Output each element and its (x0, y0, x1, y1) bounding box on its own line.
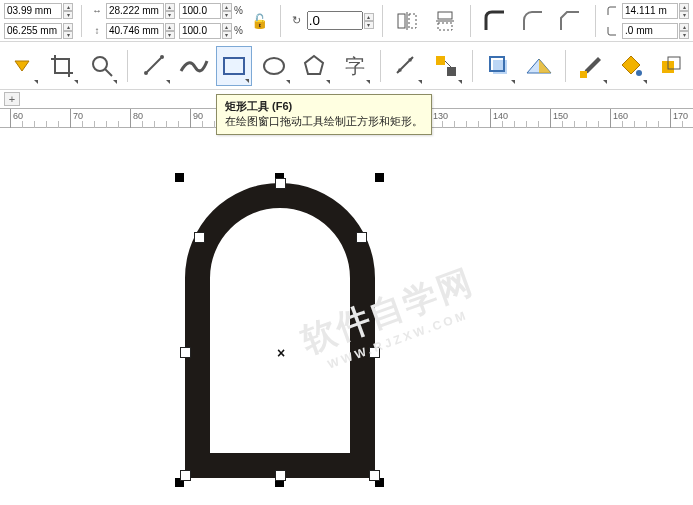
svg-marker-13 (305, 56, 323, 74)
svg-text:字: 字 (345, 55, 365, 77)
corner-h-spinner[interactable]: ▴▾ (679, 23, 689, 39)
svg-point-10 (160, 55, 164, 59)
drop-shadow-tool[interactable] (481, 46, 517, 86)
separator (565, 50, 566, 82)
width-spinner[interactable]: ▴▾ (165, 3, 175, 19)
svg-rect-1 (409, 14, 416, 28)
new-tab-button[interactable]: + (4, 92, 20, 106)
separator (380, 50, 381, 82)
corner-scallop-button[interactable] (516, 3, 550, 39)
ruler-label: 80 (133, 111, 143, 121)
ruler-label: 60 (13, 111, 23, 121)
rectangle-tool[interactable] (216, 46, 252, 86)
svg-point-26 (636, 70, 642, 76)
position-fields: ▴▾ ▴▾ (4, 2, 73, 40)
polygon-tool[interactable] (296, 46, 332, 86)
pos-y-spinner[interactable]: ▴▾ (63, 23, 73, 39)
percent-label: % (234, 5, 243, 16)
rotate-spinner[interactable]: ▴▾ (364, 13, 374, 29)
ruler-label: 150 (553, 111, 568, 121)
interactive-fill-tool[interactable] (613, 46, 649, 86)
height-input[interactable] (106, 23, 164, 39)
corner-tl-icon (604, 3, 620, 19)
mirror-h-button[interactable] (391, 3, 425, 39)
node-handle[interactable] (370, 471, 379, 480)
svg-rect-18 (436, 56, 445, 65)
scale-y-spinner[interactable]: ▴▾ (222, 23, 232, 39)
center-marker[interactable]: × (277, 345, 285, 361)
rotate-field: ↻ ▴▾ (289, 11, 374, 30)
ellipse-tool[interactable] (256, 46, 292, 86)
corner-w-input[interactable] (622, 3, 678, 19)
mirror-v-button[interactable] (428, 3, 462, 39)
ruler-label: 90 (193, 111, 203, 121)
width-icon: ↔ (90, 5, 104, 16)
separator (470, 5, 471, 37)
ruler-label: 140 (493, 111, 508, 121)
selected-shape[interactable]: × (175, 173, 385, 483)
ruler-label: 160 (613, 111, 628, 121)
lock-ratio-icon[interactable]: 🔓 (251, 13, 268, 29)
pos-y-input[interactable] (4, 23, 62, 39)
node-handle[interactable] (276, 179, 285, 188)
eyedropper-tool[interactable] (574, 46, 610, 86)
freehand-tool[interactable] (136, 46, 172, 86)
node-handle[interactable] (370, 348, 379, 357)
zoom-tool[interactable] (84, 46, 120, 86)
svg-line-20 (445, 61, 451, 67)
ruler-label: 170 (673, 111, 688, 121)
svg-point-12 (264, 58, 284, 74)
separator (280, 5, 281, 37)
ruler-label: 130 (433, 111, 448, 121)
ruler-label: 70 (73, 111, 83, 121)
transparency-tool[interactable] (521, 46, 557, 86)
svg-rect-3 (438, 12, 452, 19)
smart-fill-tool[interactable] (653, 46, 689, 86)
separator (595, 5, 596, 37)
svg-rect-25 (580, 71, 587, 78)
node-handle[interactable] (195, 233, 204, 242)
rotate-input[interactable] (307, 11, 363, 30)
tooltip: 矩形工具 (F6) 在绘图窗口拖动工具绘制正方形和矩形。 (216, 94, 432, 135)
corner-chamfer-button[interactable] (554, 3, 588, 39)
node-handle[interactable] (181, 471, 190, 480)
percent-label: % (234, 25, 243, 36)
node-handle[interactable] (276, 471, 285, 480)
corner-radius-fields: ▴▾ ▴▾ (604, 2, 689, 40)
connector-tool[interactable] (428, 46, 464, 86)
svg-rect-11 (224, 58, 244, 74)
node-handle[interactable] (357, 233, 366, 242)
dimension-tool[interactable] (388, 46, 424, 86)
artistic-media-tool[interactable] (176, 46, 212, 86)
selection-handle-tl[interactable] (175, 173, 184, 182)
dropdown-tool[interactable] (4, 46, 40, 86)
corner-round-button[interactable] (479, 3, 513, 39)
width-input[interactable] (106, 3, 164, 19)
drawing-canvas[interactable]: 软件自学网 WWW.RJZXW.COM × (0, 128, 693, 505)
scale-y-input[interactable] (179, 23, 221, 39)
selection-handle-tr[interactable] (375, 173, 384, 182)
separator (127, 50, 128, 82)
corner-w-spinner[interactable]: ▴▾ (679, 3, 689, 19)
corner-h-input[interactable] (622, 23, 678, 39)
property-bar: ▴▾ ▴▾ ↔ ▴▾ ↕ ▴▾ ▴▾ % ▴▾ % 🔓 (0, 0, 693, 42)
scale-fields: ▴▾ % ▴▾ % (179, 2, 243, 40)
scale-x-input[interactable] (179, 3, 221, 19)
pos-x-spinner[interactable]: ▴▾ (63, 3, 73, 19)
svg-line-7 (105, 69, 112, 76)
document-tabs: + (0, 90, 20, 108)
pos-x-input[interactable] (4, 3, 62, 19)
arch-shape[interactable] (185, 183, 375, 478)
size-fields: ↔ ▴▾ ↕ ▴▾ (90, 2, 175, 40)
node-handle[interactable] (181, 348, 190, 357)
height-spinner[interactable]: ▴▾ (165, 23, 175, 39)
crop-tool[interactable] (44, 46, 80, 86)
scale-x-spinner[interactable]: ▴▾ (222, 3, 232, 19)
svg-rect-0 (398, 14, 405, 28)
separator (81, 5, 82, 37)
tooltip-desc: 在绘图窗口拖动工具绘制正方形和矩形。 (225, 114, 423, 129)
rotate-icon: ↻ (289, 13, 305, 29)
svg-rect-19 (447, 67, 456, 76)
text-tool[interactable]: 字 (336, 46, 372, 86)
corner-bl-icon (604, 23, 620, 39)
